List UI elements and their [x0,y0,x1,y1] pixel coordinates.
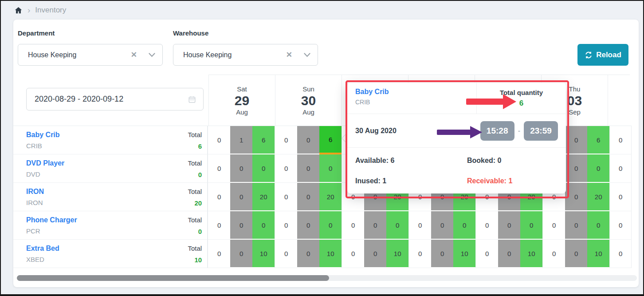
grid-cell[interactable]: 0 [208,126,230,154]
grid-cell[interactable]: 6 [587,126,609,154]
grid-cell[interactable]: 6 [252,126,275,154]
grid-cell[interactable]: 0 [565,154,587,183]
grid-cell[interactable]: 0 [565,183,587,211]
item-link[interactable]: IRON [26,188,44,195]
grid-cell[interactable]: 0 [297,154,319,183]
grid-cell[interactable]: 0 [342,211,364,240]
stat-receivable: Receivable: 1 [467,177,558,185]
grid-cell[interactable]: 0 [319,154,342,183]
clear-icon[interactable]: ✕ [286,50,292,59]
grid-cell[interactable]: 0 [476,240,498,268]
grid-cell[interactable]: 0 [498,211,520,240]
grid-cell[interactable]: 0 [476,211,498,240]
item-code: CRIB [26,142,207,150]
day-group: 000 [208,154,275,183]
item-link[interactable]: Phone Charger [26,216,77,224]
popup-date-row: 30 Aug 2020 15:28 - 23:59 [347,114,566,148]
grid-cell[interactable]: 0 [587,154,609,183]
grid-cell[interactable]: 0 [252,154,275,183]
grid-cell[interactable]: 20 [587,183,609,211]
grid-cell[interactable]: 0 [587,211,609,240]
home-icon[interactable] [14,6,23,15]
grid-cell[interactable]: 10 [319,240,342,268]
grid-cell[interactable]: 0 [230,154,252,183]
day-group: 000 [275,211,342,240]
grid-cell[interactable]: 10 [520,240,542,268]
day-number: 29 [235,93,249,108]
chevron-down-icon[interactable] [304,53,310,57]
grid-cell[interactable]: 0 [609,211,632,240]
grid-cell[interactable]: 0 [230,183,252,211]
grid-cell[interactable]: 0 [319,211,342,240]
grid-cell[interactable]: 0 [297,211,319,240]
warehouse-select[interactable]: House Keeping ✕ [173,44,318,66]
grid-cell[interactable]: 0 [275,126,297,154]
grid-cell[interactable]: 0 [453,211,475,240]
grid-cell[interactable]: 0 [609,183,632,211]
grid-cell[interactable]: 0 [252,211,275,240]
popup-item-link[interactable]: Baby Crib [355,88,468,96]
scrollbar-thumb[interactable] [17,275,329,281]
grid-cell[interactable]: 0 [609,154,632,183]
grid-cell[interactable]: 0 [297,183,319,211]
day-month: Aug [236,108,248,116]
horizontal-scrollbar[interactable] [17,275,637,281]
popup-header: Baby Crib CRIB Total quantity 6 [347,83,566,114]
stat-booked: Booked: 0 [467,157,558,165]
grid-cell[interactable]: 6 [319,126,342,154]
popup-item-code: CRIB [355,99,468,106]
grid-cell[interactable]: 0 [431,211,453,240]
chevron-down-icon[interactable] [149,53,155,57]
grid-cell[interactable]: 0 [364,240,386,268]
grid-cell[interactable]: 0 [297,126,319,154]
grid-cell[interactable]: 0 [609,240,632,268]
grid-cell[interactable]: 20 [252,183,275,211]
grid-cell[interactable]: 0 [565,240,587,268]
date-range-input[interactable]: 2020-08-29 - 2020-09-12 [26,88,204,111]
grid-cell[interactable]: 0 [230,240,252,268]
grid-cell[interactable]: 0 [275,154,297,183]
grid-cell[interactable]: 0 [431,240,453,268]
grid-cell[interactable]: 0 [230,211,252,240]
grid-cell[interactable]: 0 [208,154,230,183]
grid-cell[interactable]: 0 [275,183,297,211]
grid-cell[interactable]: 10 [587,240,609,268]
grid-cell[interactable]: 0 [565,126,587,154]
item-link[interactable]: Extra Bed [26,245,59,252]
grid-cell[interactable]: 10 [453,240,475,268]
grid-cell[interactable]: 0 [520,211,542,240]
grid-cell[interactable]: 0 [208,240,230,268]
grid-cell[interactable]: 20 [319,183,342,211]
grid-cell[interactable]: 1 [230,126,252,154]
grid-cell[interactable]: 0 [364,211,386,240]
grid-cell[interactable]: 0 [208,183,230,211]
grid-cell[interactable]: 0 [275,211,297,240]
grid-cell[interactable]: 0 [409,240,431,268]
breadcrumb-chevron-icon: › [27,6,30,14]
day-header-partial [608,75,630,126]
grid-cell[interactable]: 10 [386,240,408,268]
grid-cell[interactable]: 0 [275,240,297,268]
item-link[interactable]: DVD Player [26,159,64,167]
department-label: Department [18,29,55,37]
grid-cell[interactable]: 0 [543,240,565,268]
grid-cell[interactable]: 0 [565,211,587,240]
grid-cell[interactable]: 0 [386,211,408,240]
item-code: IRON [26,199,207,206]
grid-cell[interactable]: 0 [409,211,431,240]
reload-label: Reload [596,51,621,59]
reload-button[interactable]: Reload [577,44,628,66]
grid-cell[interactable]: 0 [609,126,632,154]
calendar-icon[interactable] [188,95,196,103]
grid-cell[interactable]: 0 [543,211,565,240]
department-select[interactable]: House Keeping ✕ [18,44,163,66]
grid-cell[interactable]: 10 [252,240,275,268]
grid-cell[interactable]: 0 [342,240,364,268]
grid-cell[interactable]: 0 [208,211,230,240]
item-cell: Extra BedXBEDTotal10 [13,240,208,268]
clear-icon[interactable]: ✕ [131,50,137,59]
item-link[interactable]: Baby Crib [26,131,60,138]
grid-cell[interactable]: 0 [498,240,520,268]
item-code: PCR [26,227,207,235]
grid-cell[interactable]: 0 [297,240,319,268]
